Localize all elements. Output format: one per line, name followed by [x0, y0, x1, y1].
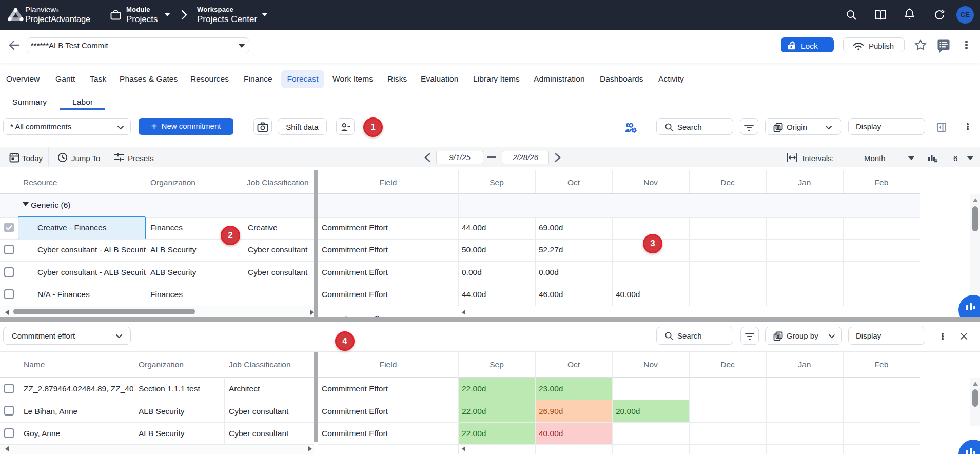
svg-text:#: # — [934, 157, 937, 163]
